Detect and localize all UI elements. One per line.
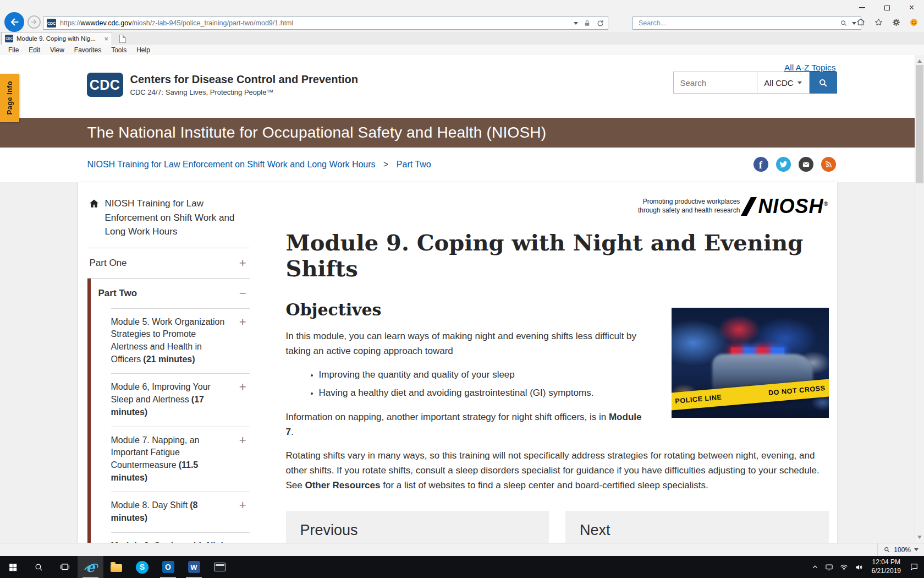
expand-plus-icon[interactable]: + bbox=[239, 381, 246, 393]
sidebar-item-module-5[interactable]: Module 5. Work Organization Strategies t… bbox=[111, 308, 250, 374]
taskbar-file-explorer[interactable] bbox=[103, 556, 129, 578]
sidebar-item-module-7[interactable]: Module 7. Napping, an Important Fatigue … bbox=[111, 427, 250, 492]
browser-tab[interactable]: CDC Module 9. Coping with Nig... × bbox=[1, 32, 112, 45]
settings-gear-icon[interactable] bbox=[892, 18, 901, 27]
facebook-icon[interactable]: f bbox=[754, 157, 768, 172]
clock-time: 12:04 PM bbox=[872, 558, 901, 567]
site-search-input[interactable] bbox=[673, 72, 757, 94]
module-list: Module 5. Work Organization Strategies t… bbox=[111, 308, 250, 543]
address-bar[interactable]: CDC https://wwwdev.cdc.gov/niosh/z-lab-9… bbox=[43, 17, 608, 30]
scroll-up-arrow[interactable] bbox=[915, 55, 924, 64]
site-search-button[interactable] bbox=[810, 72, 837, 94]
next-link[interactable]: Next Why is night shift so difficult? bbox=[565, 511, 829, 543]
breadcrumb-row: NIOSH Training for Law Enforcement on Sh… bbox=[0, 148, 915, 182]
search-icon bbox=[818, 78, 828, 88]
scroll-down-arrow[interactable] bbox=[915, 533, 924, 543]
expand-plus-icon[interactable]: + bbox=[239, 499, 246, 511]
taskbar-outlook[interactable]: O bbox=[155, 556, 181, 578]
start-button[interactable] bbox=[0, 556, 26, 578]
page-info-tab[interactable]: Page Info bbox=[0, 74, 19, 122]
close-button[interactable]: × bbox=[899, 0, 924, 15]
new-tab-button[interactable] bbox=[116, 34, 130, 43]
sidebar-item-part-one[interactable]: Part One + bbox=[87, 248, 250, 279]
taskbar-internet-explorer[interactable]: e bbox=[78, 556, 103, 578]
taskbar-search-button[interactable] bbox=[26, 556, 52, 578]
email-icon[interactable] bbox=[799, 157, 813, 172]
pagination: Previous Module 8: References Next Why i… bbox=[286, 511, 829, 543]
sidebar-item-module-8[interactable]: Module 8. Day Shift(8 minutes) + bbox=[111, 492, 250, 532]
lock-icon bbox=[584, 19, 591, 28]
autocomplete-dropdown-icon[interactable] bbox=[574, 22, 578, 27]
taskbar-app-window[interactable] bbox=[207, 556, 233, 578]
cdc-site-header: All A-Z Topics CDC Centers for Disease C… bbox=[0, 55, 915, 118]
previous-link[interactable]: Previous Module 8: References bbox=[286, 511, 549, 543]
forward-button[interactable] bbox=[28, 15, 41, 29]
cdc-favicon: CDC bbox=[47, 19, 56, 28]
tray-monitor-icon[interactable] bbox=[825, 563, 833, 571]
menu-edit[interactable]: Edit bbox=[24, 46, 45, 54]
content-panel: NIOSH Training for Law Enforcement on Sh… bbox=[78, 182, 837, 543]
niosh-logo: Promoting productive workplaces through … bbox=[286, 197, 829, 216]
minimize-button[interactable] bbox=[850, 0, 875, 15]
search-icon[interactable] bbox=[840, 19, 848, 27]
forward-arrow-icon bbox=[30, 18, 38, 26]
sidebar-item-module-9[interactable]: Module 9. Coping with Night and Evening … bbox=[111, 532, 250, 543]
tab-bar: CDC Module 9. Coping with Nig... × bbox=[0, 32, 924, 45]
cdc-org-name: Centers for Disease Control and Preventi… bbox=[130, 73, 359, 86]
social-share-icons: f bbox=[754, 157, 837, 172]
scrollbar-thumb[interactable] bbox=[916, 65, 923, 183]
browser-status-bar: 100% bbox=[0, 543, 924, 556]
browser-search-box[interactable] bbox=[632, 17, 861, 30]
expand-plus-icon[interactable]: + bbox=[239, 434, 246, 446]
search-scope-dropdown[interactable]: All CDC bbox=[757, 72, 810, 94]
expand-plus-icon[interactable]: + bbox=[239, 316, 246, 328]
menu-favorites[interactable]: Favorites bbox=[69, 46, 106, 54]
webpage: Page Info All A-Z Topics CDC Centers for… bbox=[0, 55, 915, 543]
menu-view[interactable]: View bbox=[45, 46, 69, 54]
tab-title: Module 9. Coping with Nig... bbox=[16, 35, 101, 42]
word-icon: W bbox=[188, 561, 200, 573]
tray-network-icon[interactable] bbox=[840, 563, 848, 571]
scope-chevron-icon bbox=[798, 81, 802, 86]
vertical-scrollbar[interactable] bbox=[915, 55, 924, 543]
collapse-minus-icon[interactable]: − bbox=[239, 287, 246, 299]
left-nav: NIOSH Training for Law Enforcement on Sh… bbox=[78, 182, 260, 543]
favorites-star-icon[interactable] bbox=[874, 18, 883, 27]
minimize-icon bbox=[859, 7, 865, 8]
menu-file[interactable]: File bbox=[3, 46, 24, 54]
breadcrumb-parent-link[interactable]: NIOSH Training for Law Enforcement on Sh… bbox=[87, 160, 376, 169]
menu-help[interactable]: Help bbox=[131, 46, 155, 54]
syndication-icon[interactable] bbox=[821, 157, 836, 172]
taskbar-word[interactable]: W bbox=[181, 556, 207, 578]
tray-chevron-up-icon[interactable] bbox=[812, 564, 818, 570]
back-arrow-icon bbox=[9, 17, 20, 28]
feedback-smiley-icon[interactable] bbox=[909, 18, 919, 27]
task-view-icon bbox=[60, 562, 70, 572]
breadcrumb: NIOSH Training for Law Enforcement on Sh… bbox=[87, 160, 431, 170]
sidebar-item-module-6[interactable]: Module 6, Improving Your Sleep and Alert… bbox=[111, 373, 250, 426]
police-scene-image: POLICE LINE DO NOT CROSS bbox=[672, 308, 829, 418]
maximize-button[interactable] bbox=[875, 0, 899, 15]
home-icon[interactable] bbox=[856, 17, 866, 27]
taskbar-clock[interactable]: 12:04 PM 6/21/2019 bbox=[870, 558, 903, 575]
sidebar-home-label: NIOSH Training for Law Enforcement on Sh… bbox=[105, 197, 249, 239]
cdc-tagline: CDC 24/7: Saving Lives, Protecting Peopl… bbox=[130, 88, 359, 96]
task-view-button[interactable] bbox=[52, 556, 78, 578]
refresh-icon[interactable] bbox=[596, 19, 604, 28]
sidebar-item-part-two[interactable]: Part Two − bbox=[91, 279, 250, 308]
action-center-icon[interactable] bbox=[910, 563, 919, 571]
zoom-control[interactable]: 100% bbox=[877, 543, 924, 556]
tray-volume-icon[interactable] bbox=[855, 563, 863, 571]
sidebar-home-link[interactable]: NIOSH Training for Law Enforcement on Sh… bbox=[87, 193, 250, 239]
cdc-logo: CDC bbox=[87, 73, 123, 97]
tab-close-icon[interactable]: × bbox=[104, 35, 108, 43]
browser-search-input[interactable] bbox=[637, 19, 835, 28]
browser-viewport: Page Info All A-Z Topics CDC Centers for… bbox=[0, 55, 924, 543]
back-button[interactable] bbox=[4, 12, 24, 32]
breadcrumb-current-link[interactable]: Part Two bbox=[397, 160, 431, 169]
taskbar-skype[interactable]: S bbox=[129, 556, 155, 578]
expand-plus-icon[interactable]: + bbox=[239, 257, 246, 269]
menu-tools[interactable]: Tools bbox=[106, 46, 131, 54]
cdc-logo-lockup[interactable]: CDC Centers for Disease Control and Prev… bbox=[87, 73, 359, 97]
twitter-icon[interactable] bbox=[776, 157, 791, 172]
